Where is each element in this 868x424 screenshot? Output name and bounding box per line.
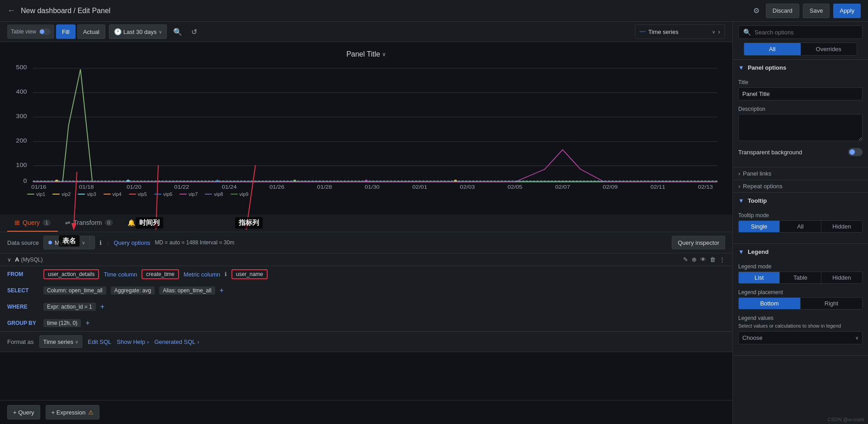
select-agg-chip[interactable]: Aggregate: avg	[111, 286, 155, 295]
legend-item-vip9[interactable]: vip9	[231, 191, 249, 197]
legend-item-vip2[interactable]: vip2	[52, 191, 71, 197]
tab-query[interactable]: ⊞ Query 1	[7, 214, 58, 232]
transparent-bg-toggle[interactable]	[848, 148, 863, 156]
actual-button[interactable]: Actual	[77, 24, 105, 39]
legend-item-vip6[interactable]: vip6	[154, 191, 172, 197]
tooltip-mode-hidden[interactable]: Hidden	[821, 221, 862, 232]
time-range-picker[interactable]: 🕐 Last 30 days ∨	[109, 24, 167, 39]
panel-title-bar[interactable]: Panel Title ∨	[9, 47, 723, 62]
tab-all[interactable]: All	[744, 43, 801, 55]
topbar-actions: ⚙ Discard Save Apply	[750, 4, 861, 18]
legend-mode-hidden[interactable]: Hidden	[821, 272, 862, 283]
datasource-select[interactable]: MySQL ∨	[43, 236, 95, 249]
visibility-icon[interactable]: 👁	[700, 256, 706, 263]
legend-item-vip4[interactable]: vip4	[104, 191, 122, 197]
time-column-label[interactable]: Time column	[104, 271, 137, 278]
legend-color-vip4	[104, 194, 111, 195]
where-expr-chip[interactable]: Expr: action_id = 1	[43, 303, 96, 311]
metric-col-info-icon[interactable]: ℹ	[225, 271, 227, 277]
generated-sql-button[interactable]: Generated SQL ›	[154, 338, 199, 345]
chart-area: Panel Title ∨ 500 400 300 200 100 0	[0, 42, 732, 214]
toolbar-left: Table view Fill Actual	[7, 24, 105, 39]
panel-links-header[interactable]: › Panel links	[733, 167, 868, 180]
svg-text:500: 500	[16, 64, 27, 70]
panel-desc-input[interactable]	[738, 114, 863, 141]
legend-mode-label: Legend mode	[738, 263, 863, 270]
metric-column-label[interactable]: Metric column	[184, 271, 220, 278]
query-from-row: FROM user_action_details Time column cre…	[0, 266, 732, 282]
panel-title-field: Title	[738, 79, 863, 100]
legend-values-select[interactable]: Choose ∨	[738, 331, 863, 344]
legend-color-vip2	[52, 194, 60, 195]
tab-overrides[interactable]: Overrides	[801, 43, 857, 55]
select-alias-chip[interactable]: Alias: open_time_all	[159, 286, 215, 295]
transparent-bg-field: Transparent background	[738, 148, 863, 156]
save-button[interactable]: Save	[803, 4, 830, 18]
panel-links-label: Panel links	[743, 170, 771, 177]
repeat-options-label: Repeat options	[743, 183, 782, 190]
legend-mode-list[interactable]: List	[739, 272, 780, 283]
metric-column-chip[interactable]: user_name	[231, 269, 268, 279]
discard-button[interactable]: Discard	[766, 4, 799, 18]
select-col-chip[interactable]: Column: open_time_all	[43, 286, 106, 295]
where-add-button[interactable]: +	[100, 303, 104, 311]
add-query-button[interactable]: + Query	[7, 405, 40, 419]
format-bar: Format as Time series ∨ Edit SQL Show He…	[0, 331, 732, 352]
more-icon[interactable]: ⋮	[719, 256, 725, 263]
legend-item-vip5[interactable]: vip5	[129, 191, 147, 197]
fill-button[interactable]: Fill	[56, 24, 75, 39]
legend-color-vip5	[129, 194, 136, 195]
delete-icon[interactable]: 🗑	[710, 256, 716, 263]
ds-name: MySQL	[55, 239, 74, 246]
viz-icon: 〰	[640, 29, 646, 35]
query-meta: MD = auto = 1488 Interval = 30m	[155, 239, 234, 246]
collapse-icon[interactable]: ∨	[7, 257, 11, 263]
tooltip-section-header[interactable]: ▼ Tooltip	[733, 193, 868, 209]
edit-sql-button[interactable]: Edit SQL	[88, 338, 111, 345]
panel-options-header[interactable]: ▼ Panel options	[733, 60, 868, 76]
refresh-icon[interactable]: ↺	[189, 24, 200, 39]
query-inspector-button[interactable]: Query inspector	[672, 236, 725, 249]
tooltip-mode-all[interactable]: All	[780, 221, 821, 232]
gear-icon[interactable]: ⚙	[750, 4, 762, 18]
tooltip-section: ▼ Tooltip Tooltip mode Single All Hidden	[733, 193, 868, 244]
svg-text:02/11: 02/11	[651, 184, 665, 189]
zoom-icon[interactable]: 🔍	[170, 24, 185, 39]
panel-title-input[interactable]	[738, 87, 863, 100]
viz-type-selector[interactable]: 〰 Time series ∨ ›	[635, 24, 725, 39]
legend-section-header[interactable]: ▼ Legend	[733, 244, 868, 260]
legend-placement-bottom[interactable]: Bottom	[739, 298, 801, 309]
options-search-box[interactable]: 🔍	[738, 25, 863, 39]
show-help-button[interactable]: Show Help ›	[117, 338, 149, 345]
legend-item-vip1[interactable]: vip1	[27, 191, 45, 197]
table-view-toggle[interactable]: Table view	[7, 24, 54, 39]
legend-item-vip3[interactable]: vip3	[78, 191, 96, 197]
table-view-dot[interactable]	[39, 29, 51, 35]
panel-title: Panel Title	[346, 50, 380, 58]
svg-text:02/03: 02/03	[460, 184, 475, 189]
time-column-chip[interactable]: create_time	[142, 269, 179, 279]
groupby-chip[interactable]: time (12h, 0)	[43, 319, 81, 327]
legend-item-vip8[interactable]: vip8	[205, 191, 223, 197]
legend-mode-table[interactable]: Table	[780, 272, 821, 283]
tooltip-mode-single[interactable]: Single	[739, 221, 780, 232]
svg-text:02/09: 02/09	[603, 184, 618, 189]
format-select[interactable]: Time series ∨	[39, 335, 83, 348]
select-add-button[interactable]: +	[220, 286, 224, 295]
legend-item-vip7[interactable]: vip7	[179, 191, 198, 197]
query-options-link[interactable]: Query options	[113, 239, 150, 246]
duplicate-icon[interactable]: ⊕	[692, 256, 697, 263]
groupby-add-button[interactable]: +	[85, 319, 90, 327]
tooltip-content: Tooltip mode Single All Hidden	[733, 209, 868, 243]
legend-placement-right[interactable]: Right	[801, 298, 862, 309]
back-button[interactable]: ←	[7, 6, 15, 15]
edit-icon[interactable]: ✎	[683, 256, 688, 263]
tab-alert[interactable]: 🔔 Alert 0	[120, 214, 169, 232]
search-input[interactable]	[755, 29, 858, 36]
tab-transform[interactable]: ⇌ Transform 0	[58, 214, 120, 232]
ds-info-icon[interactable]: ℹ	[99, 239, 102, 246]
add-expression-button[interactable]: + Expression ⚠	[46, 405, 100, 419]
repeat-options-header[interactable]: › Repeat options	[733, 180, 868, 192]
table-name-chip[interactable]: user_action_details	[43, 269, 99, 279]
apply-button[interactable]: Apply	[833, 4, 861, 18]
